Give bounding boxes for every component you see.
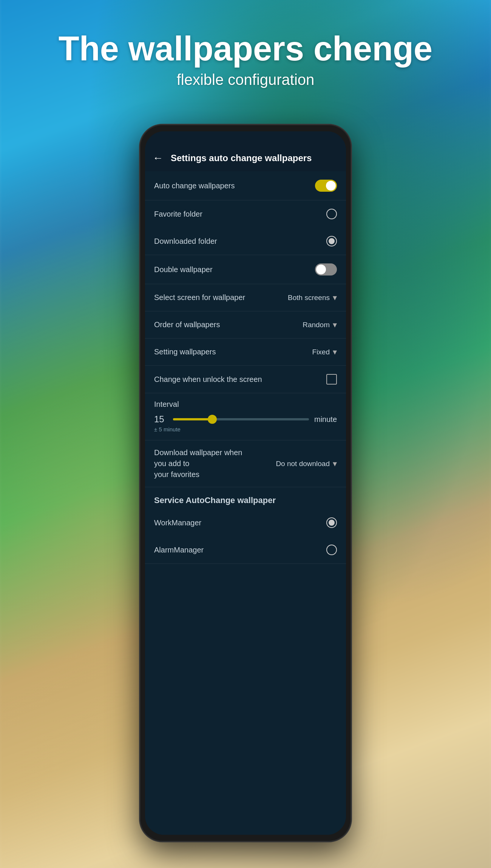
downloaded-folder-radio[interactable] [326, 236, 337, 246]
download-label: Download wallpaper when you add to your … [154, 447, 255, 480]
download-label-line1: Download wallpaper when you add to [154, 448, 242, 468]
double-wallpaper-thumb [316, 265, 326, 274]
status-bar [145, 131, 346, 145]
settings-content: Auto change wallpapers Favorite folder D… [145, 171, 346, 835]
workmanager-radio-inner [329, 520, 335, 526]
auto-change-toggle[interactable] [315, 180, 337, 192]
download-dropdown[interactable]: Do not download ▾ [276, 459, 337, 469]
download-arrow-icon: ▾ [333, 459, 337, 469]
auto-change-label: Auto change wallpapers [154, 182, 315, 190]
app-header: ← Settings auto change wallpapers [145, 145, 346, 171]
phone-screen: ← Settings auto change wallpapers Auto c… [145, 131, 346, 835]
service-section-header: Service AutoChange wallpaper [145, 487, 346, 509]
app-bar-title: Settings auto change wallpapers [171, 153, 312, 163]
auto-change-row: Auto change wallpapers [145, 171, 346, 200]
phone-shell: ← Settings auto change wallpapers Auto c… [140, 125, 351, 842]
favorite-folder-radio[interactable] [326, 209, 337, 219]
workmanager-radio[interactable] [326, 517, 337, 528]
interval-slider[interactable] [173, 418, 309, 420]
interval-label: Interval [154, 400, 337, 409]
interval-value: 15 [154, 414, 168, 425]
order-row: Order of wallpapers Random ▾ [145, 311, 346, 339]
page-title: The wallpapers chenge [0, 30, 491, 68]
setting-wallpapers-row: Setting wallpapers Fixed ▾ [145, 339, 346, 366]
favorite-folder-row: Favorite folder [145, 200, 346, 228]
workmanager-row: WorkManager [145, 509, 346, 536]
select-screen-dropdown[interactable]: Both screens ▾ [288, 293, 337, 303]
change-unlock-checkbox[interactable] [326, 374, 337, 385]
interval-hint: ± 5 minute [154, 426, 337, 432]
setting-wallpapers-label: Setting wallpapers [154, 348, 312, 356]
interval-row: 15 minute [154, 414, 337, 425]
select-screen-row: Select screen for wallpaper Both screens… [145, 284, 346, 311]
alarmmanager-label: AlarmManager [154, 546, 326, 554]
download-row: Download wallpaper when you add to your … [145, 440, 346, 487]
double-wallpaper-label: Double wallpaper [154, 265, 315, 274]
alarmmanager-row: AlarmManager [145, 536, 346, 564]
header-area: The wallpapers chenge flexible configura… [0, 30, 491, 88]
downloaded-folder-label: Downloaded folder [154, 237, 326, 246]
setting-wallpapers-arrow-icon: ▾ [333, 347, 337, 357]
double-wallpaper-toggle[interactable] [315, 263, 337, 275]
interval-section: Interval 15 minute ± 5 minute [145, 393, 346, 440]
select-screen-label: Select screen for wallpaper [154, 293, 288, 302]
select-screen-value: Both screens [288, 294, 330, 302]
alarmmanager-radio[interactable] [326, 545, 337, 555]
downloaded-folder-row: Downloaded folder [145, 228, 346, 255]
auto-change-thumb [326, 181, 336, 191]
back-button[interactable]: ← [153, 152, 163, 164]
order-value: Random [303, 321, 330, 329]
interval-unit: minute [314, 415, 337, 424]
change-unlock-row: Change when unlock the screen [145, 366, 346, 393]
change-unlock-label: Change when unlock the screen [154, 375, 326, 384]
phone-mockup: ← Settings auto change wallpapers Auto c… [140, 125, 351, 842]
setting-wallpapers-dropdown[interactable]: Fixed ▾ [312, 347, 337, 357]
order-arrow-icon: ▾ [333, 320, 337, 330]
page-subtitle: flexible configuration [0, 71, 491, 88]
double-wallpaper-row: Double wallpaper [145, 255, 346, 284]
downloaded-folder-radio-inner [329, 238, 335, 244]
download-value: Do not download [276, 460, 330, 468]
download-label-line2: your favorites [154, 470, 199, 479]
setting-wallpapers-value: Fixed [312, 348, 330, 356]
slider-thumb [208, 415, 217, 424]
workmanager-label: WorkManager [154, 519, 326, 527]
order-label: Order of wallpapers [154, 320, 303, 329]
order-dropdown[interactable]: Random ▾ [303, 320, 337, 330]
select-screen-arrow-icon: ▾ [333, 293, 337, 303]
favorite-folder-label: Favorite folder [154, 210, 326, 219]
